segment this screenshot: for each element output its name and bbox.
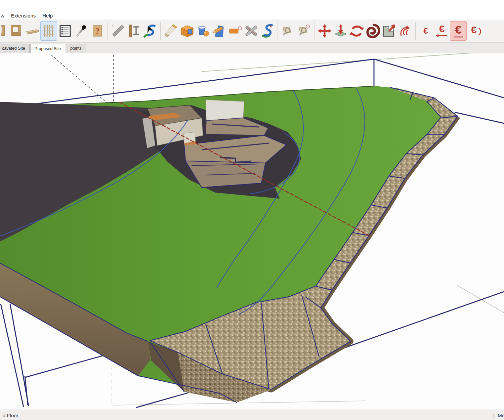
toolbar: ?: [0, 19, 504, 43]
wood-frame-icon[interactable]: [8, 22, 24, 40]
euro-2-arrow-icon[interactable]: €: [434, 22, 450, 40]
blue-wedge-pencil-icon[interactable]: [211, 22, 227, 40]
blue-s-cursor-icon[interactable]: [142, 22, 158, 40]
red-export-window-icon[interactable]: [381, 22, 397, 40]
orange-box-icon[interactable]: [179, 22, 195, 40]
tab-points[interactable]: points: [66, 44, 86, 53]
euro-1-icon[interactable]: €: [418, 22, 434, 40]
scene-tab-bar: cavated Site Proposed Site points: [0, 43, 504, 53]
help-glyph: ?: [95, 26, 100, 36]
x-cross-icon[interactable]: [243, 22, 259, 40]
toolbar-separator: [415, 22, 416, 40]
tab-proposed-site[interactable]: Proposed Site: [30, 44, 66, 53]
zoom-frame-icon[interactable]: [280, 22, 296, 40]
stick-rod-icon[interactable]: [110, 22, 126, 40]
terrain-scene: [0, 53, 504, 410]
euro-3-active-icon[interactable]: €: [450, 21, 467, 41]
euro-glyph: €: [439, 23, 445, 34]
menu-extensions-label: xtensions: [14, 13, 36, 18]
wood-help-icon[interactable]: ?: [89, 22, 106, 40]
status-divider: |: [493, 413, 494, 418]
red-shell-icon[interactable]: [365, 22, 381, 40]
toolbar-separator: [314, 22, 314, 40]
paint-pots-icon[interactable]: [195, 22, 211, 40]
measurements-label[interactable]: Me: [498, 413, 504, 418]
wood-panel-partial-icon[interactable]: [1, 22, 8, 40]
orange-bar-icon[interactable]: [227, 22, 243, 40]
red-rotate-icon[interactable]: [349, 22, 365, 40]
red-swirl-icon[interactable]: [397, 22, 413, 40]
menu-help[interactable]: Help: [39, 12, 56, 19]
tab-excavated-site[interactable]: cavated Site: [0, 44, 30, 53]
toolbar-separator: [160, 22, 161, 40]
trowel-icon[interactable]: [163, 22, 179, 40]
title-strip: [0, 0, 504, 11]
model-viewport[interactable]: [0, 53, 504, 410]
red-drop-pin-icon[interactable]: [333, 22, 349, 40]
wood-trellis-icon[interactable]: [40, 21, 57, 41]
toolbar-separator: [278, 22, 278, 40]
blue-s-path-icon[interactable]: [259, 22, 276, 40]
eyedropper-icon[interactable]: [73, 22, 89, 40]
euro-4-edge-icon[interactable]: €: [467, 22, 482, 40]
menu-bar: w Extensions Help: [0, 11, 504, 19]
menu-help-label: elp: [46, 13, 53, 18]
euro-glyph: €: [455, 23, 462, 36]
euro-glyph: €: [471, 24, 477, 35]
status-bar: a Floor | Me: [0, 410, 504, 420]
sketchup-window: w Extensions Help ?: [0, 0, 504, 420]
post-beam-icon[interactable]: [126, 22, 142, 40]
menu-extensions[interactable]: Extensions: [8, 12, 39, 19]
menu-view-partial[interactable]: w: [0, 12, 8, 19]
euro-glyph: €: [423, 27, 428, 35]
schedule-list-icon[interactable]: [57, 22, 73, 40]
wood-plank-icon[interactable]: [24, 22, 40, 40]
status-context-label: a Floor: [0, 413, 493, 418]
zoom-frame-plus-icon[interactable]: [296, 22, 312, 40]
red-move-icon[interactable]: [317, 22, 333, 40]
toolbar-separator: [108, 22, 108, 40]
